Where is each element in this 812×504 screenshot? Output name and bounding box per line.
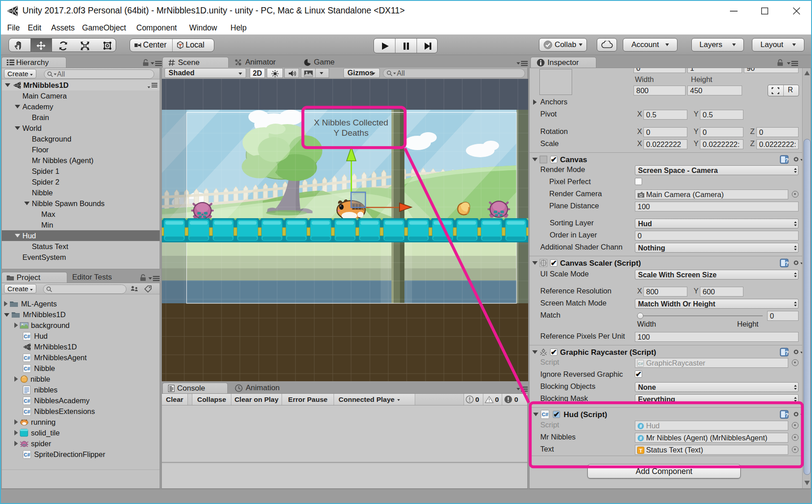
svg-text:C#: C# <box>24 452 30 457</box>
svg-text:#: # <box>639 436 642 441</box>
svg-text:C#: C# <box>638 362 643 366</box>
svg-text:?: ? <box>785 412 789 418</box>
svg-text:C#: C# <box>24 409 30 414</box>
svg-text:#: # <box>639 424 642 429</box>
svg-text:?: ? <box>785 260 789 267</box>
svg-text:C#: C# <box>24 366 30 371</box>
svg-text:?: ? <box>785 157 789 164</box>
svg-text:T: T <box>639 448 643 453</box>
svg-text:C#: C# <box>24 333 30 339</box>
svg-text:C#: C# <box>542 412 548 417</box>
svg-text:C#: C# <box>24 355 30 360</box>
svg-text:C#: C# <box>24 398 30 403</box>
svg-text:?: ? <box>785 349 789 356</box>
